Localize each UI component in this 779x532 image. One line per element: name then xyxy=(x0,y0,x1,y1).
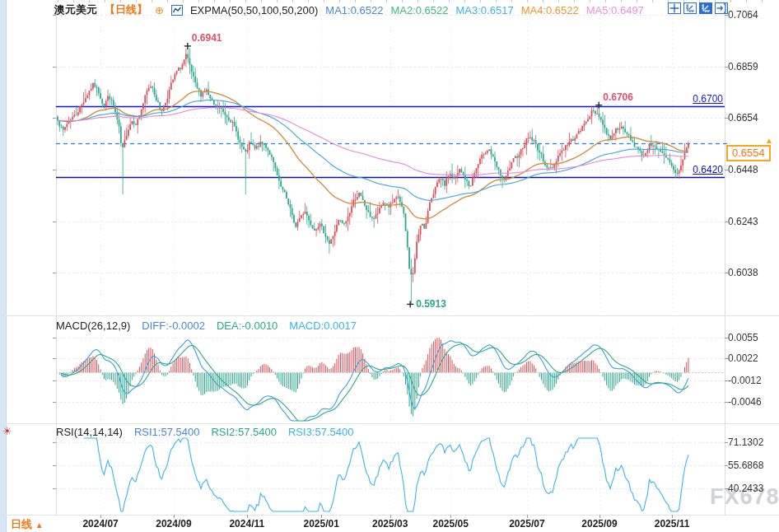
rsi1-value: RSI1:57.5400 xyxy=(134,426,200,438)
axis-ruler-icon[interactable] xyxy=(683,2,697,14)
chart-toolbar xyxy=(668,2,728,14)
period-button-label: 日线 xyxy=(11,518,32,530)
macd-title: MACD(26,12,9) xyxy=(56,320,130,332)
swing-high-annotation: 0.6706 xyxy=(603,91,633,103)
price-up-arrow-icon: ▲ xyxy=(765,136,773,145)
macd-dea-value: DEA:-0.0010 xyxy=(217,320,278,332)
axis-scale-icon[interactable] xyxy=(699,2,712,14)
resistance-level-tag[interactable]: 0.6700 xyxy=(693,93,723,105)
indicator-label: EXPMA(50,50,100,50,200) xyxy=(190,4,318,16)
macd-hist-value: MACD:0.0017 xyxy=(289,320,357,332)
rsi2-value: RSI2:57.5400 xyxy=(211,426,277,438)
macd-header: MACD(26,12,9) DIFF:-0.0002 DEA:-0.0010 M… xyxy=(56,320,357,332)
main-chart-header: 澳元美元 【日线】 ⊕ EXPMA(50,50,100,50,200) MA1:… xyxy=(54,2,644,17)
indicator-chart-icon xyxy=(171,5,183,16)
ma5-value: MA5:0.6497 xyxy=(586,4,644,16)
current-price-tag: 0.6554 xyxy=(726,145,771,161)
chart-canvas[interactable] xyxy=(0,0,779,532)
macd-diff-value: DIFF:-0.0002 xyxy=(142,320,205,332)
period-label[interactable]: 【日线】 xyxy=(105,2,147,17)
ma4-value: MA4:0.6522 xyxy=(521,4,579,16)
period-selector-button[interactable]: 日线 ▲ xyxy=(11,517,44,532)
rsi-title: RSI(14,14,14) xyxy=(56,426,123,438)
ma3-value: MA3:0.6517 xyxy=(456,4,514,16)
symbol-name: 澳元美元 xyxy=(54,2,97,17)
triangle-up-icon: ▲ xyxy=(35,520,44,530)
rsi3-value: RSI3:57.5400 xyxy=(288,426,354,438)
crosshair-icon[interactable] xyxy=(668,2,681,14)
sun-icon[interactable]: ☀ xyxy=(2,425,12,437)
high-annotation: 0.6941 xyxy=(192,32,222,44)
ma1-value: MA1:0.6522 xyxy=(325,4,383,16)
collapse-right-icon[interactable] xyxy=(715,2,728,14)
add-indicator-icon[interactable]: ⊕ xyxy=(155,4,164,16)
support-level-tag[interactable]: 0.6420 xyxy=(693,164,723,175)
low-annotation: 0.5913 xyxy=(416,298,446,310)
rsi-header: RSI(14,14,14) RSI1:57.5400 RSI2:57.5400 … xyxy=(56,426,353,438)
ma2-value: MA2:0.6522 xyxy=(390,4,448,16)
